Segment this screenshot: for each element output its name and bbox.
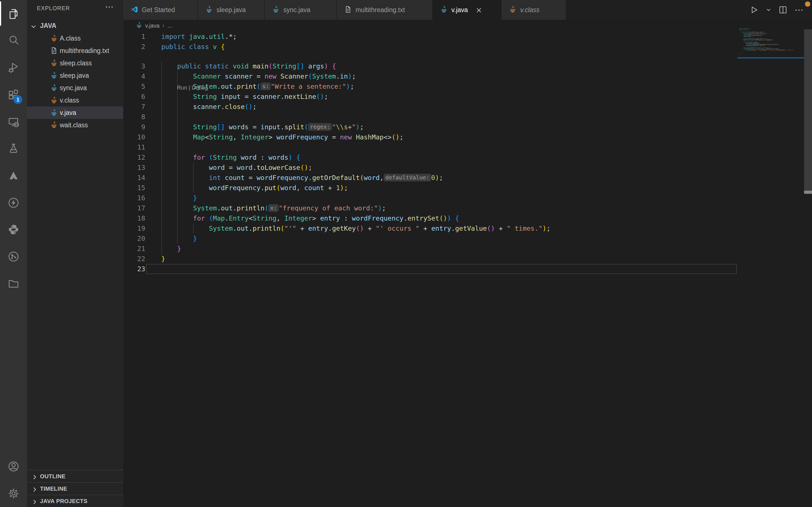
file-item-v.java[interactable]: v.java (27, 107, 123, 119)
line-number: 10 (123, 132, 145, 142)
line-number: 1 (123, 32, 145, 42)
scrollbar-cursor-marker (804, 191, 812, 194)
close-icon[interactable] (475, 6, 482, 13)
java-class-icon (50, 34, 58, 42)
line-number: 17 (123, 203, 145, 213)
section-timeline[interactable]: TIMELINE (27, 482, 123, 495)
inlay-hint: defaultValue: (384, 174, 432, 181)
file-item-v.class[interactable]: v.class (27, 94, 123, 107)
explorer-sidebar: EXPLORER ⋯ JAVA A.class multithreading.t… (27, 0, 123, 507)
line-number: 7 (123, 102, 145, 112)
activitybar-account-icon[interactable] (0, 453, 27, 480)
tab-label: v.class (520, 6, 540, 14)
line-number: 3 (123, 61, 145, 71)
explorer-root-folder[interactable]: JAVA (27, 20, 123, 32)
code-line: 18 for (Map.Entry<String, Integer> entry… (123, 213, 812, 223)
activitybar-search-icon[interactable] (0, 27, 27, 53)
sidebar-title: EXPLORER (37, 5, 70, 11)
file-name: sync.java (60, 84, 87, 92)
tab-label: sync.java (283, 6, 310, 14)
line-number: 16 (123, 193, 145, 203)
more-actions-icon[interactable]: ⋯ (795, 7, 804, 13)
java-class-icon (50, 96, 58, 104)
breadcrumb-more[interactable]: … (167, 22, 173, 29)
activitybar-run-debug-icon[interactable] (0, 54, 27, 80)
line-number: 23 (123, 264, 145, 274)
tab-v.java[interactable]: v.java (433, 0, 501, 20)
activitybar-azure-icon[interactable] (0, 162, 27, 189)
activitybar-extensions-icon[interactable]: 1 (0, 82, 27, 108)
run-icon[interactable] (749, 5, 758, 14)
code-line: 7 scanner.close(); (123, 102, 812, 112)
java-source-icon (440, 6, 448, 14)
line-number: 21 (123, 244, 145, 254)
line-number: 18 (123, 213, 145, 223)
breadcrumb-separator: › (162, 22, 164, 29)
split-editor-icon[interactable] (779, 6, 787, 14)
code-line: 21 } (123, 244, 812, 254)
codelens-debug[interactable]: Debug (192, 84, 208, 91)
line-number: 9 (123, 122, 145, 132)
activitybar-settings-gear-icon[interactable] (0, 480, 27, 507)
java-file-icon (136, 22, 142, 30)
inlay-hint: regex: (308, 123, 332, 131)
java-source-icon (272, 6, 280, 14)
tab-sync.java[interactable]: sync.java (265, 0, 336, 20)
line-number: 15 (123, 183, 145, 193)
inlay-hint: x: (268, 204, 278, 212)
tab-bar: Get Started sleep.java sync.java multith… (123, 0, 812, 20)
code-line: 6 String input = scanner.nextLine(); (123, 92, 812, 102)
chevron-right-icon (32, 474, 38, 482)
tab-get-started[interactable]: Get Started (123, 0, 197, 20)
file-item-wait.class[interactable]: wait.class (27, 119, 123, 131)
activity-bar: 1 (0, 0, 27, 507)
activitybar-project-folder-icon[interactable] (0, 270, 27, 297)
code-line: 3 public static void main(String[] args)… (123, 61, 812, 71)
section-java-projects[interactable]: JAVA PROJECTS (27, 495, 123, 507)
sidebar-header: EXPLORER ⋯ (27, 0, 123, 18)
activitybar-files-icon[interactable] (0, 1, 27, 27)
activitybar-thunder-client-icon[interactable] (0, 189, 27, 216)
explorer-more-actions-icon[interactable]: ⋯ (105, 2, 114, 11)
tab-v.class[interactable]: v.class (502, 0, 566, 20)
code-line: 2 public class v { (123, 42, 812, 52)
breadcrumb-file[interactable]: v.java (145, 22, 160, 29)
code-line: 20 } (123, 233, 812, 244)
file-name: sleep.class (60, 59, 92, 67)
activitybar-testing-icon[interactable] (0, 135, 27, 162)
section-outline[interactable]: OUTLINE (27, 470, 123, 482)
file-item-multithreading.txt[interactable]: multithreading.txt (27, 45, 123, 57)
activitybar-dependency-graph-icon[interactable] (0, 243, 27, 270)
code-line: 10 Map<String, Integer> wordFrequency = … (123, 132, 812, 142)
chevron-right-icon (32, 499, 38, 506)
line-number: 12 (123, 152, 145, 163)
code-line: 4 Scanner scanner = new Scanner(System.i… (123, 71, 812, 81)
file-name: sleep.java (60, 72, 89, 79)
recording-indicator-dot (805, 1, 810, 7)
vertical-scrollbar[interactable] (804, 29, 812, 191)
file-name: multithreading.txt (60, 47, 109, 55)
code-line: 14 int count = wordFrequency.getOrDefaul… (123, 173, 812, 183)
indent-guide (177, 112, 177, 122)
file-item-sleep.java[interactable]: sleep.java (27, 69, 123, 82)
chevron-down-icon[interactable] (766, 7, 771, 13)
line-number: 6 (123, 92, 145, 102)
file-item-sleep.class[interactable]: sleep.class (27, 57, 123, 69)
activitybar-python-icon[interactable] (0, 216, 27, 243)
activitybar-remote-explorer-icon[interactable] (0, 109, 27, 135)
codelens: Run | Debug (177, 83, 208, 93)
code-line: 15 wordFrequency.put(word, count + 1); (123, 183, 812, 193)
tab-multithreading.txt[interactable]: multithreading.txt (337, 0, 432, 20)
file-item-sync.java[interactable]: sync.java (27, 82, 123, 94)
line-number: 11 (123, 142, 145, 152)
file-item-A.class[interactable]: A.class (27, 32, 123, 45)
java-source-icon (50, 84, 58, 92)
code-line: 1 import java.util.*; (123, 32, 812, 42)
codelens-run[interactable]: Run (177, 84, 187, 91)
code-line: 8 (123, 112, 812, 122)
code-line: 22 } (123, 254, 812, 264)
line-number: 19 (123, 223, 145, 233)
code-editor[interactable]: 1 import java.util.*; 2 public class v {… (123, 32, 812, 507)
tab-sleep.java[interactable]: sleep.java (198, 0, 264, 20)
code-line: 23 (123, 264, 812, 274)
